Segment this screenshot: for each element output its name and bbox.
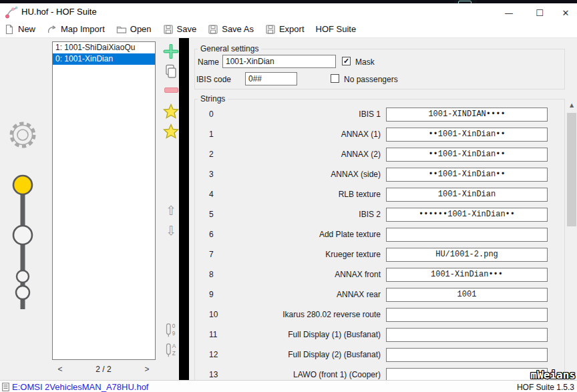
string-row: 5 IBIS 2 ••••••1001-XinDian•• [189, 208, 564, 228]
string-value-input[interactable]: ••1001-XinDian•• [386, 168, 548, 182]
string-index: 8 [209, 270, 214, 279]
toolbar-button-open[interactable]: Open [116, 24, 152, 35]
string-label: Krueger texture [226, 250, 381, 259]
sort-alpha-icon[interactable]: A Z [164, 343, 178, 359]
toolbar-button-new[interactable]: New [4, 24, 35, 35]
string-index: 3 [209, 170, 214, 179]
string-value-input[interactable]: ••1001-XinDian•• [386, 128, 548, 142]
duplicate-entry-icon[interactable] [162, 64, 180, 79]
string-value-input[interactable]: ••••••1001-XinDian•• [386, 208, 548, 222]
statusbar: E:OMSI 2VehiclesMAN_A78HU.hof HOF Suite … [0, 380, 577, 392]
close-button[interactable]: ✕ [554, 7, 577, 21]
remove-entry-icon[interactable] [164, 87, 178, 93]
favorite-star-icon-1[interactable] [162, 104, 180, 119]
name-label: Name [198, 57, 219, 67]
string-row: 3 ANNAX (side) ••1001-XinDian•• [189, 168, 564, 188]
string-value-input[interactable]: ••1001-XinDian•• [386, 148, 548, 162]
string-row: 4 RLB texture 1001-XinDian [189, 188, 564, 208]
general-settings-title: General settings [198, 44, 261, 53]
toolbar: New Map Import Open Save Save As Export … [0, 21, 577, 38]
list-item[interactable]: 0: 1001-XinDian [53, 53, 155, 65]
hof-entry-list[interactable]: 1: 1001-ShiDaiXiaoQu0: 1001-XinDian [52, 41, 156, 360]
add-entry-icon[interactable] [162, 44, 180, 59]
string-row: 8 ANNAX front 1001-XinDian••• [189, 268, 564, 288]
string-value-input[interactable]: 1001-XinDian [386, 188, 548, 202]
pager-next-button[interactable]: > [137, 365, 157, 374]
scrollbar-thumb[interactable] [567, 113, 576, 226]
string-label: IBIS 1 [226, 110, 381, 119]
string-label: ANNAX front [226, 270, 381, 279]
toolbar-button-map-import[interactable]: Map Import [47, 24, 105, 35]
panel-splitter[interactable] [179, 38, 189, 380]
export-icon [265, 24, 276, 35]
string-index: 5 [209, 210, 214, 219]
watermark: mWeians [531, 369, 576, 381]
toolbar-button-hof-suite[interactable]: HOF Suite [316, 24, 357, 34]
svg-text:Z: Z [172, 350, 176, 357]
ibis-code-input[interactable]: 0## [245, 72, 297, 85]
move-down-icon[interactable]: ⇩ [162, 224, 180, 237]
svg-text:0: 0 [172, 323, 176, 329]
string-index: 7 [209, 250, 214, 259]
string-index: 11 [209, 330, 217, 339]
name-input[interactable]: 1001-XinDian [222, 55, 336, 68]
string-row: 12 Full Display (2) (Busfanat) [189, 348, 564, 368]
string-row: 6 Add Plate texture [189, 228, 564, 248]
metro-stop-small-1 [17, 270, 29, 282]
string-index: 12 [209, 350, 218, 359]
string-value-input[interactable] [386, 348, 548, 362]
string-label: LAWO (front 1) (Cooper) [226, 370, 381, 379]
titlebar: HU.hof - HOF Suite — ☐ ✕ [0, 3, 577, 21]
svg-text:A: A [172, 343, 176, 349]
string-value-input[interactable]: HU/1001-2.png [386, 248, 548, 262]
sort-numeric-icon[interactable]: 0 9 [164, 323, 178, 339]
string-row: 0 IBIS 1 1001-XINDIAN•••• [189, 108, 564, 128]
metro-stop-large [13, 226, 32, 244]
metro-stop-small-2 [16, 286, 29, 299]
string-label: IBIS 2 [226, 210, 381, 219]
file-list-icon [2, 383, 10, 391]
toolbar-button-save-as[interactable]: Save As [208, 24, 254, 35]
no-passengers-label: No passengers [344, 75, 398, 84]
save-as-icon [208, 24, 218, 35]
metro-stop-current [13, 176, 32, 194]
string-value-input[interactable] [386, 368, 548, 381]
save-icon [163, 24, 174, 35]
string-index: 2 [209, 150, 214, 159]
string-value-input[interactable]: 1001 [386, 288, 548, 302]
string-index: 4 [209, 190, 214, 199]
maximize-button[interactable]: ☐ [528, 7, 551, 21]
vertical-scrollbar[interactable]: ▲ ▼ [566, 100, 577, 381]
list-item[interactable]: 1: 1001-ShiDaiXiaoQu [53, 42, 155, 53]
toolbar-button-save[interactable]: Save [163, 24, 197, 35]
string-index: 13 [209, 370, 218, 379]
scroll-up-icon[interactable]: ▲ [566, 100, 577, 111]
string-label: ANNAX (side) [226, 170, 381, 179]
version-text: HOF Suite 1.5.3 [517, 383, 574, 392]
no-passengers-checkbox[interactable] [331, 74, 339, 83]
string-value-input[interactable] [386, 228, 548, 242]
string-row: 10 Ikarus 280.02 reverse route [189, 308, 564, 328]
string-label: ANNAX rear [226, 290, 381, 299]
toolbar-button-export[interactable]: Export [265, 24, 305, 35]
mask-checkbox[interactable]: ✓ [342, 57, 351, 65]
hof-file-path-link[interactable]: E:OMSI 2VehiclesMAN_A78HU.hof [12, 382, 148, 392]
mask-label: Mask [355, 57, 375, 67]
svg-text:9: 9 [172, 330, 176, 337]
move-up-icon[interactable]: ⇧ [162, 204, 180, 217]
string-label: Add Plate texture [226, 230, 381, 239]
string-row: 7 Krueger texture HU/1001-2.png [189, 248, 564, 268]
string-value-input[interactable] [386, 328, 548, 342]
route-progress-indicator [12, 172, 33, 313]
minimize-button[interactable]: — [498, 7, 520, 21]
string-label: RLB texture [226, 190, 381, 199]
list-pager: < 2 / 2 > [50, 365, 157, 374]
string-value-input[interactable]: 1001-XinDian••• [386, 268, 548, 282]
string-value-input[interactable]: 1001-XINDIAN•••• [386, 108, 548, 122]
string-value-input[interactable] [386, 308, 548, 322]
strings-title: Strings [198, 94, 228, 104]
pager-prev-button[interactable]: < [50, 365, 70, 374]
string-index: 10 [209, 310, 218, 319]
favorite-star-icon-2[interactable] [162, 124, 180, 139]
gear-icon[interactable] [8, 120, 37, 150]
